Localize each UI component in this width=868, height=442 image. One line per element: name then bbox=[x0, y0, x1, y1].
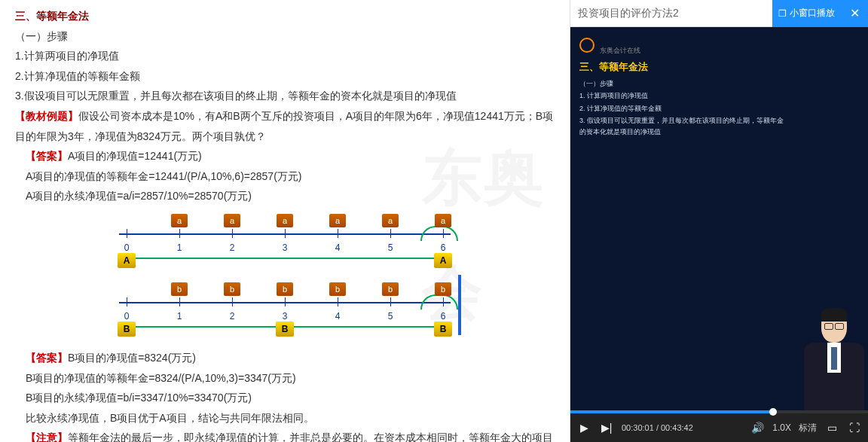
progress-bar[interactable] bbox=[570, 410, 868, 413]
payment-b-box: b bbox=[435, 282, 451, 296]
time-total: 00:43:42 bbox=[661, 423, 693, 432]
step-3: 3.假设项目可以无限重置，并且每次都在该项目的终止期，等额年金的资本化就是项目的… bbox=[15, 86, 555, 106]
answer-tag-b: 【答案】 bbox=[26, 352, 68, 364]
video-panel: 投资项目的评价方法2 ❐ 小窗口播放 ✕ 东奥会计在线 三、等额年金法 （一）步… bbox=[570, 0, 868, 442]
progress-handle[interactable] bbox=[769, 408, 777, 416]
video-header: 投资项目的评价方法2 ❐ 小窗口播放 ✕ bbox=[570, 0, 868, 27]
payment-b-box: b bbox=[329, 282, 346, 296]
payment-b-box: b bbox=[382, 282, 399, 296]
play-button[interactable]: ▶ bbox=[576, 422, 591, 434]
example-text: 假设公司资本成本是10%，有A和B两个互斥的投资项目，A项目的年限为6年，净现值… bbox=[15, 110, 553, 142]
step-title: （一）步骤 bbox=[15, 26, 555, 47]
slide-line-3: 3. 假设项目可以无限重置，并且每次都在该项目的终止期，等额年金的资本化就是项目… bbox=[579, 115, 784, 137]
speed-button[interactable]: 1.0X bbox=[772, 422, 791, 433]
answer-b-4: 比较永续净现值，B项目优于A项目，结论与共同年限法相同。 bbox=[15, 408, 555, 428]
payment-a-box: a bbox=[277, 214, 293, 227]
pv-a-box: A bbox=[434, 253, 452, 268]
timeline-b: 01b2b3b4b5b6bBBB bbox=[119, 279, 451, 343]
payment-b-box: b bbox=[224, 282, 240, 296]
answer-b-1: B项目的净现值=8324(万元) bbox=[68, 352, 196, 364]
tick-label: 2 bbox=[230, 308, 235, 325]
step-1: 1.计算两项目的净现值 bbox=[15, 46, 555, 66]
tick-label: 3 bbox=[283, 239, 288, 257]
timeline-a-figure: 01a2a3a4a5a6aAA bbox=[15, 211, 555, 275]
time-current: 00:30:01 bbox=[622, 423, 654, 432]
payment-a-box: a bbox=[224, 214, 240, 227]
answer-a-1: A项目的净现值=12441(万元) bbox=[68, 150, 202, 162]
video-title: 投资项目的评价方法2 bbox=[578, 7, 679, 20]
tick-label: 2 bbox=[230, 239, 235, 257]
payment-a-box: a bbox=[435, 214, 451, 227]
tick-label: 4 bbox=[335, 239, 341, 257]
section-heading: 三、等额年金法 bbox=[15, 6, 555, 26]
lecturer-figure bbox=[793, 27, 868, 410]
pv-b-box: B bbox=[118, 322, 136, 337]
payment-b-box: b bbox=[171, 282, 188, 296]
example-tag: 【教材例题】 bbox=[15, 110, 78, 122]
tick-label: 1 bbox=[177, 239, 182, 257]
timeline-b-figure: 01b2b3b4b5b6bBBB bbox=[15, 279, 555, 343]
payment-a-box: a bbox=[382, 214, 399, 227]
progress-fill bbox=[570, 410, 773, 413]
quality-button[interactable]: 标清 bbox=[799, 422, 817, 434]
answer-b-3: B项目的永续净现值=b/i=3347/10%=33470(万元) bbox=[15, 388, 555, 408]
close-icon: ✕ bbox=[850, 6, 860, 20]
popout-label: 小窗口播放 bbox=[790, 7, 835, 20]
answer-b-block: 【答案】B项目的净现值=8324(万元) bbox=[15, 348, 555, 368]
answer-a-block: 【答案】A项目的净现值=12441(万元) bbox=[15, 146, 555, 166]
volume-button[interactable]: 🔊 bbox=[750, 422, 765, 434]
note-text: 等额年金法的最后一步，即永续净现值的计算，并非总是必要的。在资本成本相同时，等额… bbox=[26, 431, 553, 442]
pv-b-box: B bbox=[276, 322, 294, 337]
note-tag: 【注意】 bbox=[26, 431, 68, 442]
answer-a-3: A项目的永续净现值=a/i=2857/10%=28570(万元) bbox=[15, 186, 555, 206]
answer-a-2: A项目的净现值的等额年金=12441/(P/A,10%,6)=2857(万元) bbox=[15, 166, 555, 187]
fullscreen-button[interactable]: ⛶ bbox=[847, 422, 862, 434]
example-line: 【教材例题】假设公司资本成本是10%，有A和B两个互斥的投资项目，A项目的年限为… bbox=[15, 106, 555, 146]
vertical-bar bbox=[458, 275, 461, 335]
payment-a-box: a bbox=[171, 214, 188, 227]
step-2: 2.计算净现值的等额年金额 bbox=[15, 66, 555, 87]
pv-a-box: A bbox=[118, 253, 136, 268]
lesson-content: 东奥会 dongao.com 三、等额年金法 （一）步骤 1.计算两项目的净现值… bbox=[0, 0, 570, 442]
payment-a-box: a bbox=[329, 214, 346, 227]
popout-icon: ❐ bbox=[778, 8, 787, 19]
brand-logo-icon bbox=[579, 38, 594, 53]
tick-label: 5 bbox=[388, 308, 393, 325]
slide-line-2: 2. 计算净现值的等额年金额 bbox=[579, 103, 784, 114]
close-button[interactable]: ✕ bbox=[841, 0, 868, 27]
note-line: 【注意】等额年金法的最后一步，即永续净现值的计算，并非总是必要的。在资本成本相同… bbox=[15, 428, 555, 442]
pv-b-box: B bbox=[434, 322, 452, 337]
video-controls: ▶ ▶| 00:30:01 / 00:43:42 🔊 1.0X 标清 ▭ ⛶ bbox=[570, 413, 868, 442]
slide-title: 三、等额年金法 bbox=[579, 60, 784, 74]
video-slide: 东奥会计在线 三、等额年金法 （一）步骤 1. 计算两项目的净现值 2. 计算净… bbox=[570, 27, 793, 410]
answer-b-2: B项目的净现值的等额年金=8324/(P/A,10%,3)=3347(万元) bbox=[15, 368, 555, 389]
slide-line-1: 1. 计算两项目的净现值 bbox=[579, 90, 784, 101]
time-display: 00:30:01 / 00:43:42 bbox=[622, 423, 693, 432]
popout-button[interactable]: ❐ 小窗口播放 bbox=[772, 0, 841, 27]
tick-label: 1 bbox=[177, 308, 182, 325]
tick-label: 4 bbox=[335, 308, 341, 325]
slide-line-0: （一）步骤 bbox=[579, 78, 784, 89]
video-body[interactable]: 东奥会计在线 三、等额年金法 （一）步骤 1. 计算两项目的净现值 2. 计算净… bbox=[570, 27, 868, 410]
theater-button[interactable]: ▭ bbox=[824, 422, 839, 434]
brand-label: 东奥会计在线 bbox=[600, 47, 640, 54]
answer-tag-a: 【答案】 bbox=[26, 150, 68, 162]
timeline-a: 01a2a3a4a5a6aAA bbox=[119, 211, 451, 275]
next-button[interactable]: ▶| bbox=[599, 422, 614, 434]
payment-b-box: b bbox=[277, 282, 293, 296]
tick-label: 5 bbox=[388, 239, 393, 257]
